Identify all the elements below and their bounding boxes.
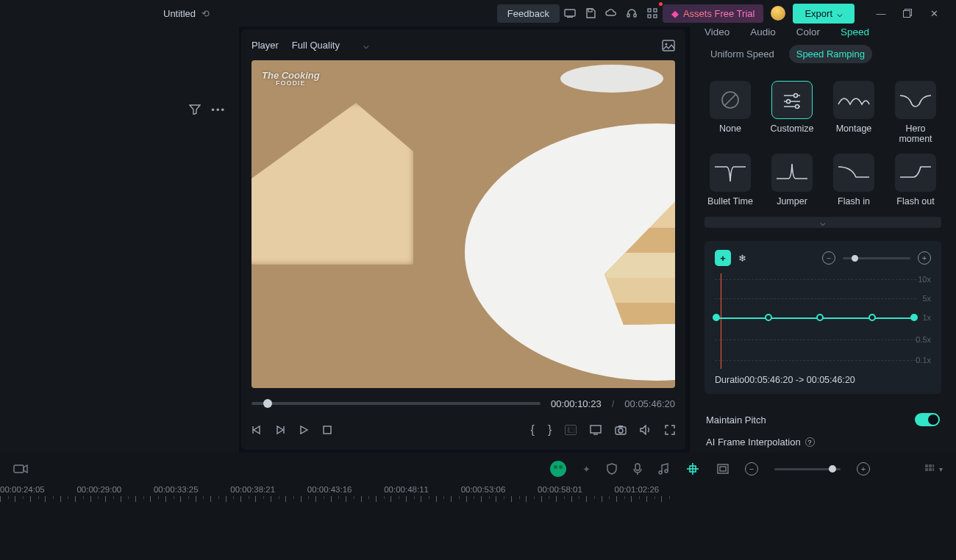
svg-rect-29 [14, 465, 24, 473]
duration-label: Duratio [715, 375, 744, 385]
chevron-down-icon[interactable]: ▾ [939, 465, 943, 473]
feedback-button[interactable]: Feedback [497, 4, 560, 23]
prev-button[interactable] [252, 425, 262, 435]
svg-point-12 [666, 43, 668, 46]
timeline-label: 00:00:53:06 [461, 485, 538, 494]
svg-rect-6 [654, 9, 657, 12]
timeline-zoom-slider[interactable] [774, 468, 841, 470]
step-back-button[interactable] [275, 425, 285, 435]
project-status-icon: ⟲ [201, 8, 210, 19]
qr-icon[interactable] [642, 3, 663, 24]
preset-hero[interactable]: Hero moment [890, 81, 941, 145]
svg-rect-20 [618, 426, 623, 427]
zoom-in-timeline[interactable]: + [857, 462, 870, 475]
video-preview[interactable]: The Cooking FOODIE [252, 60, 675, 388]
timeline-label: 00:00:38:21 [230, 485, 307, 494]
camera-view-icon[interactable] [13, 464, 28, 474]
save-icon[interactable] [580, 3, 601, 24]
preset-flashin[interactable]: Flash in [828, 154, 880, 207]
svg-rect-38 [925, 464, 928, 467]
snapshot-icon[interactable] [615, 425, 627, 435]
quality-select[interactable]: Full Quality ⌵ [292, 40, 369, 51]
grid-icon[interactable] [924, 464, 935, 474]
display-icon[interactable] [590, 425, 602, 435]
timecode-icon[interactable]: I□ [565, 425, 577, 435]
graph-zoom-slider[interactable] [843, 257, 910, 259]
speed-graph[interactable]: 10x 5x 1x 0.5x 0.1x [715, 273, 931, 369]
time-separator: / [612, 398, 615, 409]
avatar-icon[interactable] [550, 461, 566, 477]
svg-rect-40 [925, 468, 928, 471]
mark-out-icon[interactable]: } [548, 423, 552, 437]
assets-trial-label: Assets Free Trial [683, 8, 755, 19]
svg-rect-15 [324, 426, 331, 434]
zoom-in-graph[interactable]: + [918, 251, 931, 265]
tab-speed[interactable]: Speed [841, 26, 869, 37]
svg-point-28 [796, 105, 799, 109]
cloud-icon[interactable] [601, 3, 621, 24]
svg-rect-39 [929, 464, 932, 467]
mark-in-icon[interactable]: { [531, 423, 535, 437]
device-icon[interactable] [560, 3, 580, 24]
preset-flashout[interactable]: Flash out [890, 154, 941, 207]
export-button[interactable]: Export ⌵ [793, 4, 855, 24]
shield-icon[interactable] [607, 463, 617, 475]
player-progress[interactable] [252, 402, 541, 405]
preset-customize[interactable]: Customize [766, 81, 818, 145]
timeline-ruler[interactable]: 00:00:24:0500:00:29:0000:00:33:2500:00:3… [0, 485, 956, 503]
svg-rect-37 [720, 467, 726, 471]
zoom-out-timeline[interactable]: − [745, 462, 758, 475]
preset-bullet[interactable]: Bullet Time [704, 154, 756, 207]
zoom-out-graph[interactable]: − [822, 251, 835, 265]
time-current: 00:00:10:23 [551, 398, 602, 409]
stop-button[interactable] [322, 425, 332, 435]
timeline-label: 00:00:29:00 [76, 485, 153, 494]
tab-video[interactable]: Video [704, 26, 730, 37]
diamond-icon: ◆ [671, 8, 679, 19]
timeline-label: 00:00:58:01 [538, 485, 614, 494]
duration-arrow: -> [793, 375, 806, 385]
subtab-uniform[interactable]: Uniform Speed [703, 45, 782, 63]
chevron-down-icon: ⌵ [363, 40, 369, 51]
svg-point-32 [665, 470, 668, 473]
image-icon[interactable] [662, 40, 675, 51]
volume-icon[interactable] [640, 425, 652, 435]
add-keyframe-button[interactable]: + [715, 250, 731, 266]
tab-audio[interactable]: Audio [750, 26, 776, 37]
tab-color[interactable]: Color [796, 26, 820, 37]
chevron-down-icon: ⌵ [837, 8, 843, 19]
info-icon[interactable]: ? [805, 437, 815, 447]
project-title: Untitled [163, 8, 196, 19]
maintain-pitch-toggle[interactable] [915, 413, 940, 426]
play-button[interactable] [299, 425, 309, 435]
maximize-button[interactable] [894, 0, 921, 26]
more-icon[interactable]: ••• [211, 104, 226, 115]
preset-none[interactable]: None [704, 81, 756, 145]
svg-point-26 [787, 100, 791, 104]
minimize-button[interactable]: — [868, 0, 894, 26]
svg-rect-43 [932, 468, 934, 471]
freeze-icon[interactable]: ❄ [738, 253, 746, 264]
preset-jumper[interactable]: Jumper [766, 154, 818, 207]
filter-icon[interactable] [189, 104, 201, 115]
sparkle-icon[interactable]: ✦ [582, 464, 591, 475]
graph-playhead[interactable] [721, 273, 721, 369]
fullscreen-icon[interactable] [665, 425, 675, 435]
crop-icon[interactable] [685, 461, 701, 477]
expand-presets[interactable]: ⌵ [704, 217, 941, 228]
svg-rect-16 [591, 426, 601, 433]
timeline-label: 00:00:48:11 [384, 485, 460, 494]
svg-rect-4 [634, 14, 636, 17]
assets-trial-button[interactable]: ◆ Assets Free Trial [663, 4, 764, 23]
headphones-icon[interactable] [621, 3, 642, 24]
preset-montage[interactable]: Montage [828, 81, 880, 145]
player-label: Player [252, 40, 279, 51]
theme-icon[interactable] [771, 6, 785, 21]
close-button[interactable]: ✕ [921, 0, 947, 26]
frame-icon[interactable] [717, 464, 729, 474]
mic-icon[interactable] [633, 463, 642, 475]
svg-point-31 [659, 471, 662, 474]
music-icon[interactable] [658, 463, 668, 475]
subtab-ramping[interactable]: Speed Ramping [789, 45, 872, 63]
svg-rect-10 [904, 11, 910, 18]
